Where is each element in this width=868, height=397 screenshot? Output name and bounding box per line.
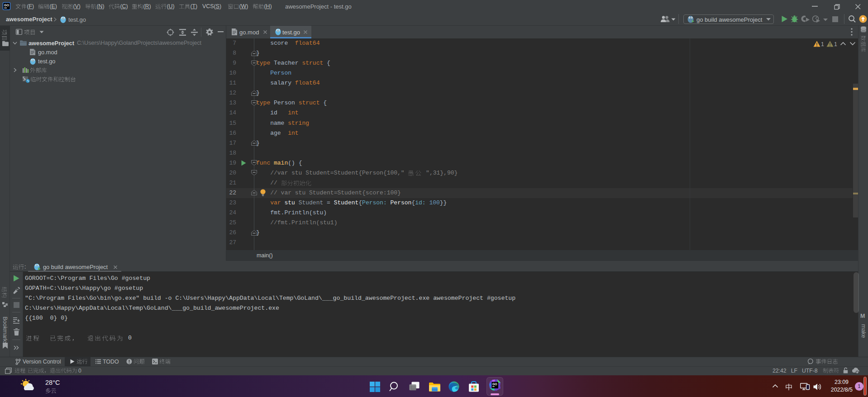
svg-text:GO: GO: [4, 4, 9, 7]
svg-text:GO: GO: [492, 383, 497, 386]
